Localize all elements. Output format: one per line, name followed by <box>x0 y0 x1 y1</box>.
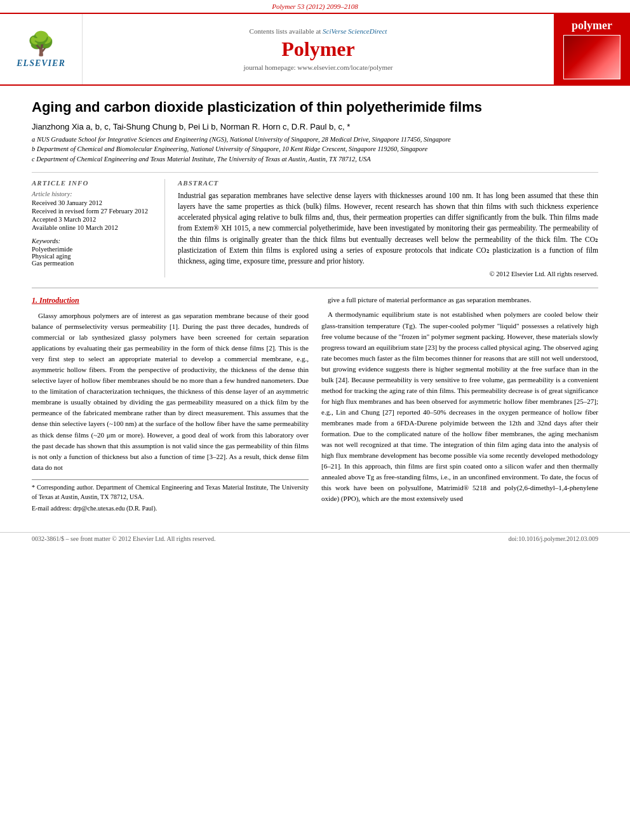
journal-homepage: journal homepage: www.elsevier.com/locat… <box>243 63 392 71</box>
body-col-right: give a full picture of material performa… <box>321 295 598 514</box>
elsevier-logo-area: 🌳 ELSEVIER <box>0 14 83 84</box>
revised-date: Received in revised form 27 February 201… <box>32 208 156 215</box>
elsevier-tree-icon: 🌳 <box>17 30 65 57</box>
affiliation-a: a NUS Graduate School for Integrative Sc… <box>32 135 598 145</box>
abstract-text: Industrial gas separation membranes have… <box>178 190 598 267</box>
polymer-brand-label: polymer <box>572 19 612 32</box>
keywords-section: Keywords: Polyetherimide Physical aging … <box>32 237 156 267</box>
bottom-bar: 0032-3861/$ – see front matter © 2012 El… <box>0 532 630 545</box>
journal-ref: Polymer 53 (2012) 2099–2108 <box>0 3 630 10</box>
intro-heading: 1. Introduction <box>32 295 309 307</box>
footnote-email: E-mail address: drp@che.utexas.edu (D.R.… <box>32 503 309 514</box>
polymer-cover-image <box>563 35 620 79</box>
article-info-label: ARTICLE INFO <box>32 179 156 187</box>
elsevier-label: ELSEVIER <box>17 58 65 68</box>
intro-col2-p1: give a full picture of material performa… <box>321 295 598 305</box>
abstract-section: ABSTRACT Industrial gas separation membr… <box>178 179 598 278</box>
journal-header: Polymer 53 (2012) 2099–2108 <box>0 0 630 14</box>
keywords-label: Keywords: <box>32 237 156 244</box>
body-col-left: 1. Introduction Glassy amorphous polymer… <box>32 295 309 514</box>
affiliation-c: c Department of Chemical Engineering and… <box>32 155 598 164</box>
abstract-label: ABSTRACT <box>178 179 598 187</box>
section-divider <box>32 288 598 288</box>
authors-line: Jianzhong Xia a, b, c, Tai-Shung Chung b… <box>32 122 598 131</box>
affiliations: a NUS Graduate School for Integrative Sc… <box>32 135 598 164</box>
journal-info-center: Contents lists available at SciVerse Sci… <box>83 14 554 84</box>
sciverse-name: SciVerse ScienceDirect <box>323 27 387 35</box>
accepted-date: Accepted 3 March 2012 <box>32 216 156 223</box>
doi-text: doi:10.1016/j.polymer.2012.03.009 <box>509 535 598 542</box>
affiliation-b: b Department of Chemical and Biomolecula… <box>32 145 598 154</box>
journal-title: Polymer <box>281 37 355 61</box>
keyword-1: Polyetherimide <box>32 246 156 253</box>
main-content: Aging and carbon dioxide plasticization … <box>0 86 630 527</box>
article-title: Aging and carbon dioxide plasticization … <box>32 98 598 117</box>
keyword-2: Physical aging <box>32 253 156 260</box>
info-abstract-section: ARTICLE INFO Article history: Received 3… <box>32 172 598 278</box>
received-date: Received 30 January 2012 <box>32 199 156 206</box>
polymer-brand-box: polymer <box>554 14 630 84</box>
intro-col2-p2: A thermodynamic equilibrium state is not… <box>321 309 598 504</box>
journal-banner: 🌳 ELSEVIER Contents lists available at S… <box>0 14 630 86</box>
sciverse-link: Contents lists available at SciVerse Sci… <box>250 27 387 35</box>
history-label: Article history: <box>32 190 156 197</box>
footnote-area: * Corresponding author. Department of Ch… <box>32 479 309 514</box>
footnote-star: * Corresponding author. Department of Ch… <box>32 483 309 502</box>
intro-p1: Glassy amorphous polymers are of interes… <box>32 310 309 473</box>
article-info-box: ARTICLE INFO Article history: Received 3… <box>32 179 165 278</box>
body-columns: 1. Introduction Glassy amorphous polymer… <box>32 295 598 514</box>
abstract-copyright: © 2012 Elsevier Ltd. All rights reserved… <box>178 270 598 277</box>
issn-text: 0032-3861/$ – see front matter © 2012 El… <box>32 535 215 542</box>
online-date: Available online 10 March 2012 <box>32 224 156 231</box>
keyword-3: Gas permeation <box>32 260 156 267</box>
